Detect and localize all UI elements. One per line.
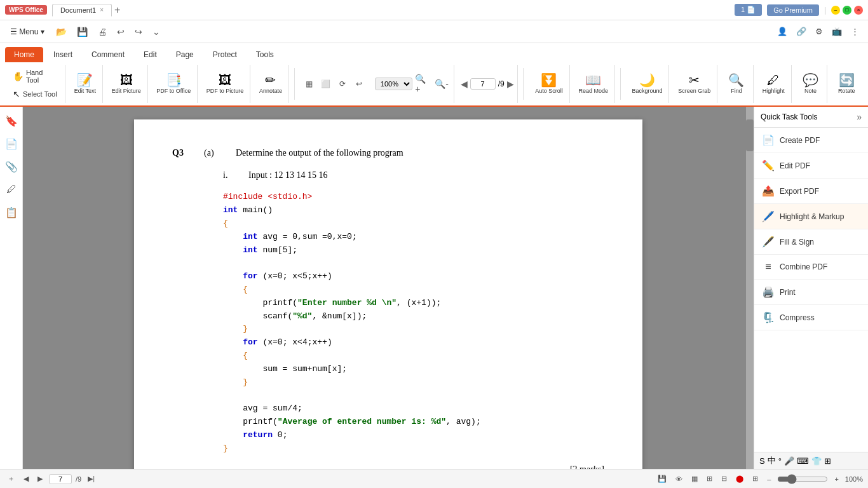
input-icon-1[interactable]: S [759, 456, 765, 466]
tab-insert[interactable]: Insert [44, 47, 81, 62]
edit-picture-button[interactable]: 🖼 Edit Picture [109, 72, 144, 95]
pdf-to-office-button[interactable]: 📑 PDF to Office [154, 72, 193, 95]
tab-comment[interactable]: Comment [83, 47, 133, 62]
edit-text-label: Edit Text [74, 88, 96, 94]
undo-button[interactable]: ↩ [113, 25, 128, 39]
scroll-thumb[interactable] [746, 119, 754, 151]
account-icon[interactable]: 👤 [773, 25, 791, 38]
scroll-track[interactable] [746, 107, 754, 469]
fill-sign-icon: 🖋️ [762, 236, 775, 248]
status-page-input[interactable] [49, 474, 72, 484]
status-right: 💾 👁 ▦ ⊞ ⊟ ⬤ ⊞ – + 100% [655, 473, 863, 484]
view-btn-3[interactable]: ⟳ [336, 77, 349, 91]
status-zoom-in-btn[interactable]: + [832, 474, 841, 484]
panel-item-compress[interactable]: 🗜️ Compress [754, 305, 868, 330]
doc-tab[interactable]: Document1 × [52, 4, 112, 17]
save-button[interactable]: 💾 [73, 25, 92, 39]
open-button[interactable]: 📂 [52, 25, 71, 39]
zoom-select[interactable]: 100% 75% 150% [375, 78, 412, 90]
find-button[interactable]: 🔍 Find [724, 72, 749, 95]
panel-item-fill-sign[interactable]: 🖋️ Fill & Sign [754, 229, 868, 255]
read-mode-icon: 📖 [585, 74, 601, 86]
panel-item-combine-pdf[interactable]: ≡ Combine PDF [754, 255, 868, 280]
sidebar-icon-bookmark[interactable]: 🔖 [3, 112, 20, 130]
print-button[interactable]: 🖨 [94, 25, 111, 39]
note-button[interactable]: 💬 Note [797, 72, 823, 95]
edit-text-button[interactable]: 📝 Edit Text [72, 72, 98, 95]
view-btn-2[interactable]: ⬜ [319, 77, 333, 91]
more-options-icon[interactable]: ⋮ [847, 25, 863, 38]
input-icon-6[interactable]: 👕 [811, 456, 822, 466]
annotate-icon: ✏ [265, 74, 276, 86]
status-zoom-out-btn[interactable]: – [764, 474, 773, 484]
auto-scroll-button[interactable]: ⏬ Auto Scroll [532, 72, 566, 95]
panel-item-edit-pdf[interactable]: ✏️ Edit PDF [754, 153, 868, 179]
annotate-button[interactable]: ✏ Annotate [257, 72, 285, 95]
maximize-button[interactable]: □ [843, 6, 851, 15]
page-next-button[interactable]: ▶ [507, 79, 514, 89]
tab-page[interactable]: Page [167, 47, 203, 62]
panel-item-highlight-markup[interactable]: 🖊️ Highlight & Markup [754, 204, 868, 229]
menu-item-menu[interactable]: ☰ Menu ▾ [5, 25, 50, 39]
more-button[interactable]: ⌄ [149, 25, 164, 39]
panel-item-create-pdf[interactable]: 📄 Create PDF [754, 128, 868, 153]
ribbon: ✋ Hand Tool ↖ Select Tool 📝 Edit Text 🖼 … [0, 62, 868, 107]
status-eye-btn[interactable]: 👁 [673, 474, 685, 484]
share-icon[interactable]: 🔗 [792, 25, 810, 38]
view-btn-1[interactable]: ▦ [302, 77, 316, 91]
read-mode-button[interactable]: 📖 Read Mode [576, 72, 611, 95]
highlight-button[interactable]: 🖊 Highlight [760, 72, 787, 95]
screen-grab-group: ✂ Screen Grab [672, 65, 717, 103]
page-number-input[interactable] [470, 78, 496, 90]
status-record-btn[interactable]: ⬤ [733, 473, 746, 484]
minimize-button[interactable]: – [831, 6, 840, 15]
panel-item-print[interactable]: 🖨️ Print [754, 280, 868, 305]
rotate-button[interactable]: 🔄 Rotate [834, 72, 859, 95]
zoom-in-button[interactable]: 🔍+ [414, 72, 432, 95]
tab-edit[interactable]: Edit [135, 47, 166, 62]
view-btn-4[interactable]: ↩ [352, 77, 366, 91]
status-last-page[interactable]: ▶| [85, 473, 97, 484]
sidebar-icon-clip[interactable]: 📎 [3, 158, 20, 175]
ribbon-sep-1 [294, 68, 295, 100]
go-premium-button[interactable]: Go Premium [767, 4, 819, 16]
select-tool-button[interactable]: ↖ Select Tool [9, 87, 61, 101]
zoom-out-button[interactable]: 🔍- [433, 78, 450, 90]
panel-collapse-button[interactable]: » [857, 112, 862, 122]
tab-close-icon[interactable]: × [100, 6, 104, 13]
page-prev-button[interactable]: ◀ [461, 79, 468, 89]
input-icon-3[interactable]: ° [778, 456, 782, 466]
pdf-to-picture-button[interactable]: 🖼 PDF to Picture [204, 72, 247, 95]
panel-item-export-pdf[interactable]: 📤 Export PDF [754, 179, 868, 204]
tab-protect[interactable]: Protect [204, 47, 246, 62]
sidebar-icon-pen[interactable]: 🖊 [3, 180, 20, 198]
present-icon[interactable]: 📺 [828, 25, 846, 38]
status-save-btn[interactable]: 💾 [655, 473, 669, 484]
background-button[interactable]: 🌙 Background [630, 72, 665, 95]
tab-home[interactable]: Home [5, 47, 43, 62]
close-button[interactable]: × [854, 6, 863, 15]
status-next-page[interactable]: ▶ [35, 473, 45, 484]
settings-icon[interactable]: ⚙ [811, 25, 827, 38]
status-view-1[interactable]: ▦ [689, 473, 700, 484]
input-icon-4[interactable]: 🎤 [784, 456, 794, 466]
zoom-slider[interactable] [777, 474, 828, 484]
input-icon-2[interactable]: 中 [768, 455, 776, 466]
new-tab-button[interactable]: + [114, 4, 120, 16]
pdf-to-office-label: PDF to Office [156, 88, 191, 94]
status-prev-page[interactable]: ◀ [21, 473, 31, 484]
screen-grab-button[interactable]: ✂ Screen Grab [675, 72, 713, 95]
status-view-3[interactable]: ⊟ [719, 473, 729, 484]
hand-select-group: ✋ Hand Tool ↖ Select Tool [5, 65, 65, 103]
pdf-to-picture-group: 🖼 PDF to Picture [200, 65, 250, 103]
redo-button[interactable]: ↪ [131, 25, 146, 39]
input-icon-7[interactable]: ⊞ [824, 456, 831, 466]
hand-tool-button[interactable]: ✋ Hand Tool [9, 67, 61, 86]
status-grid-btn[interactable]: ⊞ [750, 473, 761, 484]
status-add-page[interactable]: ＋ [5, 473, 17, 485]
status-view-2[interactable]: ⊞ [704, 473, 715, 484]
sidebar-icon-pages[interactable]: 📄 [3, 135, 20, 152]
input-icon-5[interactable]: ⌨ [797, 456, 809, 466]
tab-tools[interactable]: Tools [247, 47, 283, 62]
sidebar-icon-history[interactable]: 📋 [3, 203, 20, 221]
